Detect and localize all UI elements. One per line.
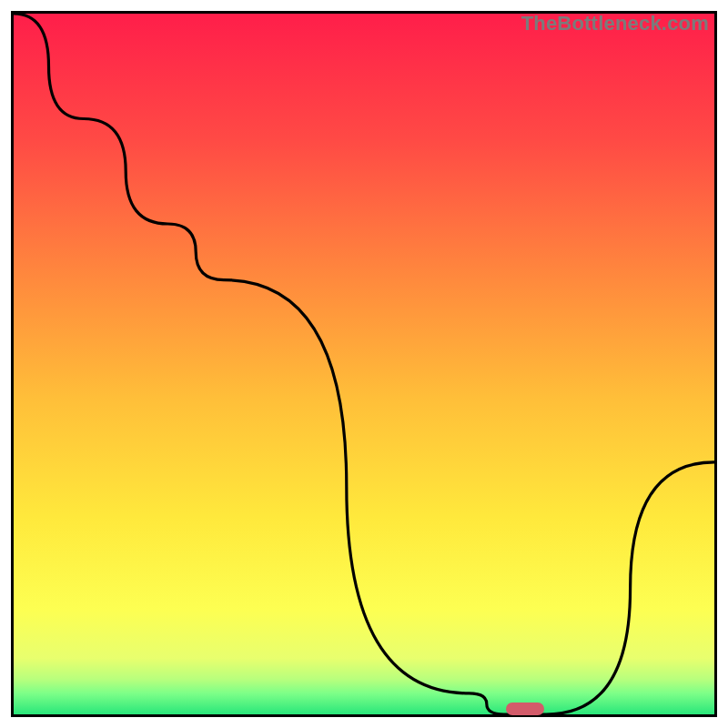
chart-frame: TheBottleneck.com [11,11,717,717]
optimum-marker [506,703,544,715]
curve-path [14,14,714,714]
bottleneck-curve [14,14,714,714]
attribution-text: TheBottleneck.com [521,12,709,35]
